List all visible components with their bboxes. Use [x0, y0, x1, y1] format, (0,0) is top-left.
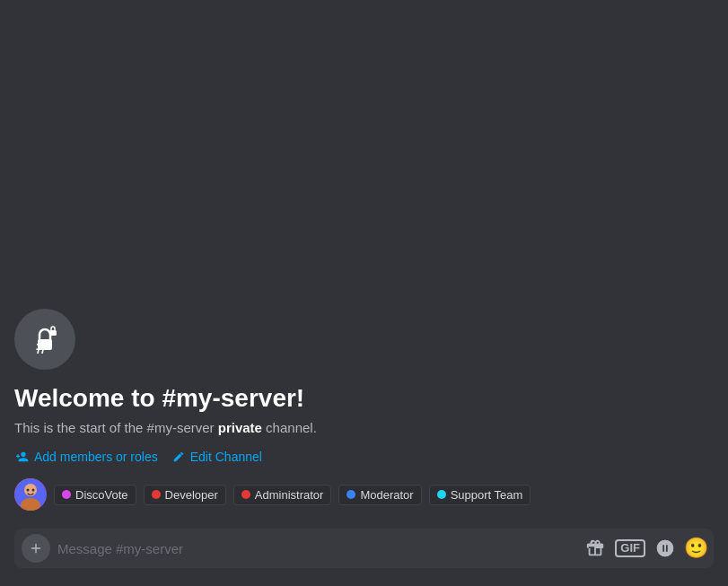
add-members-button[interactable]: Add members or roles	[14, 450, 158, 464]
welcome-title: Welcome to #my-server!	[14, 384, 714, 413]
role-name: Administrator	[255, 488, 324, 502]
role-name: DiscoVote	[75, 488, 128, 502]
channel-icon: #	[14, 309, 75, 370]
main-content: # Welcome to #my-server! This is the sta…	[0, 0, 728, 586]
svg-point-6	[27, 489, 30, 492]
private-label: private	[218, 420, 262, 435]
add-attachment-button[interactable]	[22, 534, 50, 563]
role-badge-moderator[interactable]: Moderator	[338, 485, 421, 505]
sticker-icon[interactable]	[654, 538, 676, 559]
edit-channel-button[interactable]: Edit Channel	[172, 450, 262, 464]
message-input[interactable]	[57, 541, 577, 556]
svg-rect-2	[49, 330, 57, 336]
role-dot	[346, 490, 355, 499]
emoji-icon[interactable]: 🙂	[685, 538, 706, 559]
welcome-description: This is the start of the #my-server priv…	[14, 420, 714, 435]
members-row: DiscoVote Developer Administrator Modera…	[14, 478, 714, 511]
role-badge-developer[interactable]: Developer	[144, 485, 226, 505]
role-name: Developer	[165, 488, 218, 502]
action-buttons: Add members or roles Edit Channel	[14, 450, 714, 464]
role-dot	[241, 490, 250, 499]
role-name: Moderator	[360, 488, 413, 502]
gift-icon[interactable]	[584, 538, 606, 559]
role-badge-support-team[interactable]: Support Team	[429, 485, 531, 505]
role-dot	[62, 490, 71, 499]
role-dot	[437, 490, 446, 499]
svg-point-7	[32, 489, 35, 492]
role-badge-administrator[interactable]: Administrator	[233, 485, 332, 505]
role-badge-discovote[interactable]: DiscoVote	[54, 485, 136, 505]
role-name: Support Team	[451, 488, 523, 502]
avatar	[14, 478, 47, 511]
message-bar: GIF 🙂	[14, 529, 714, 568]
svg-text:#: #	[36, 336, 47, 357]
gif-button[interactable]: GIF	[615, 539, 645, 557]
role-dot	[152, 490, 161, 499]
toolbar-icons: GIF 🙂	[584, 538, 706, 559]
channel-name-ref: #my-server	[147, 420, 215, 435]
